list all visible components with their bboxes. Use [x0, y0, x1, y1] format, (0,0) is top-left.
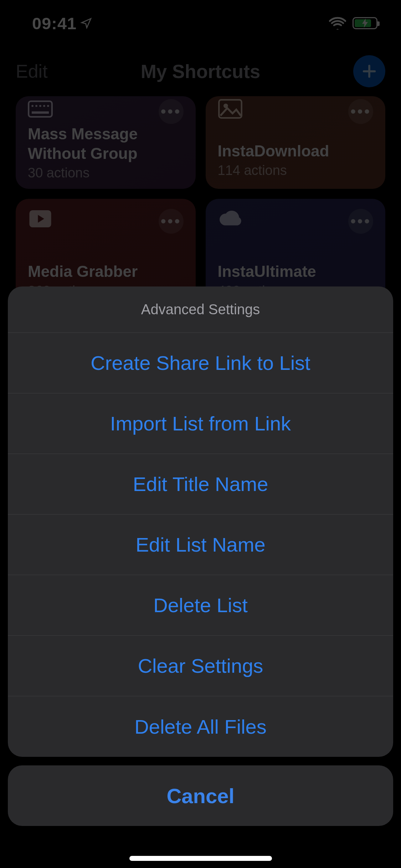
sheet-option-import-list[interactable]: Import List from Link: [8, 393, 393, 454]
sheet-option-create-share-link[interactable]: Create Share Link to List: [8, 333, 393, 393]
sheet-option-delete-all-files[interactable]: Delete All Files: [8, 696, 393, 757]
sheet-option-edit-title[interactable]: Edit Title Name: [8, 454, 393, 515]
sheet-title: Advanced Settings: [8, 286, 393, 333]
home-indicator[interactable]: [129, 856, 272, 861]
cancel-button[interactable]: Cancel: [8, 765, 393, 826]
action-sheet: Advanced Settings Create Share Link to L…: [8, 286, 393, 826]
sheet-option-clear-settings[interactable]: Clear Settings: [8, 636, 393, 696]
sheet-option-delete-list[interactable]: Delete List: [8, 575, 393, 636]
sheet-option-edit-list-name[interactable]: Edit List Name: [8, 515, 393, 575]
